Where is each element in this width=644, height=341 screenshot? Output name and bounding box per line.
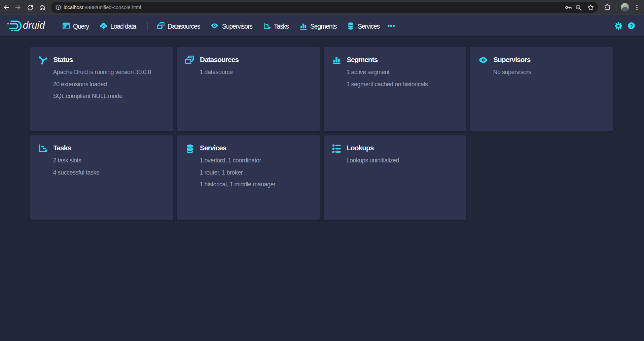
svg-text:?: ? bbox=[630, 23, 633, 29]
